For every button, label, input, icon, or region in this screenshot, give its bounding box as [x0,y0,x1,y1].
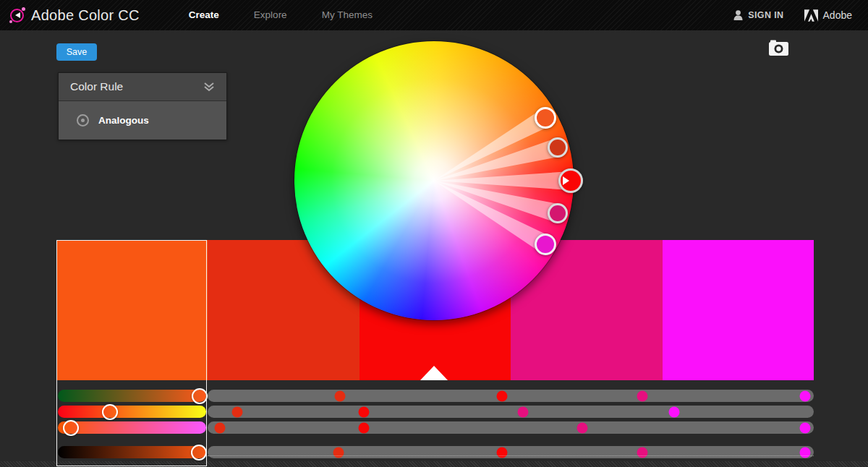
inactive-green-slider-track[interactable] [208,406,814,418]
top-bar: Adobe Color CC Create Explore My Themes … [0,0,868,30]
brand-home-link[interactable]: Adobe Color CC [0,7,153,24]
swatch-column-5[interactable] [663,240,814,380]
bottom-texture-strip [0,461,868,467]
main-nav: Create Explore My Themes [171,0,390,30]
nav-tab-create[interactable]: Create [171,0,237,30]
adobe-link[interactable]: Adobe [804,9,852,22]
active-brightness-slider[interactable] [58,446,206,458]
slider-dot[interactable] [517,406,528,417]
slider-handle[interactable] [63,420,79,436]
slider-dot[interactable] [800,390,811,401]
color-handle[interactable] [548,203,568,223]
adobe-logo-icon [804,9,818,22]
triangle-up-pointer-icon [420,366,448,380]
slider-handle[interactable] [102,404,118,420]
slider-dot[interactable] [497,390,508,401]
nav-tab-explore[interactable]: Explore [237,0,305,30]
app-title: Adobe Color CC [31,7,140,24]
slider-dot[interactable] [576,422,587,433]
slider-dot[interactable] [334,390,345,401]
color-handle[interactable] [548,137,568,158]
nav-tab-my-themes[interactable]: My Themes [305,0,390,30]
adobe-color-cc-app: Adobe Color CC Create Explore My Themes … [0,0,868,467]
adobe-label: Adobe [823,9,852,21]
color-rule-selected-label: Analogous [98,115,149,126]
slider-dot[interactable] [333,447,344,458]
sign-in-button[interactable]: SIGN IN [733,10,783,20]
color-rule-panel: Color Rule Analogous [58,72,227,140]
slider-handle[interactable] [191,445,207,460]
camera-button[interactable] [768,39,791,58]
camera-icon [768,39,791,58]
inactive-red-slider-track[interactable] [208,390,814,402]
person-icon [733,10,743,20]
topbar-right: SIGN IN Adobe [733,9,868,22]
active-blue-slider[interactable] [58,421,206,434]
slider-dot[interactable] [800,422,811,433]
save-button[interactable]: Save [56,43,97,61]
swatch-column-1[interactable] [56,240,208,380]
slider-dot[interactable] [232,406,243,417]
active-red-slider[interactable] [58,390,206,402]
color-rule-body: Analogous [59,101,226,140]
color-rule-title: Color Rule [70,80,123,93]
slider-dot[interactable] [497,447,508,458]
sign-in-label: SIGN IN [748,10,783,20]
slider-dot[interactable] [637,390,647,401]
base-color-handle[interactable] [558,168,583,193]
base-pointer-icon [563,176,569,185]
slider-dot[interactable] [637,447,647,458]
slider-handle[interactable] [192,388,208,404]
inactive-blue-slider-track[interactable] [208,421,814,434]
slider-dot[interactable] [800,447,811,458]
slider-dot[interactable] [669,406,680,417]
color-handle[interactable] [535,107,556,129]
slider-dot[interactable] [214,422,225,433]
color-rule-option-analogous[interactable]: Analogous [59,114,226,127]
inactive-brightness-slider-track[interactable] [208,446,814,458]
color-handle[interactable] [535,234,556,255]
double-chevron-down-icon [203,82,215,92]
slider-dot[interactable] [359,406,370,417]
active-green-slider[interactable] [58,406,206,418]
color-wheel[interactable] [294,41,574,320]
radio-icon [77,114,89,127]
slider-dot[interactable] [359,422,370,433]
color-wheel-logo-icon [10,9,24,22]
color-rule-header[interactable]: Color Rule [59,73,226,101]
